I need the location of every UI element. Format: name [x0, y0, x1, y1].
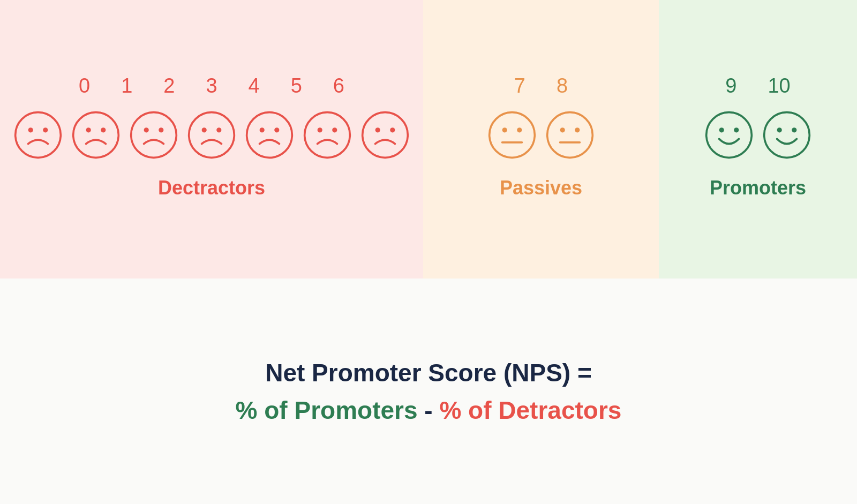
svg-point-0 — [16, 112, 61, 157]
svg-point-5 — [101, 127, 106, 132]
svg-point-33 — [777, 127, 782, 132]
passives-numbers-row: 7 8 — [514, 74, 568, 97]
neutral-face-8 — [545, 110, 595, 160]
number-7: 7 — [514, 74, 525, 97]
svg-point-22 — [502, 127, 507, 132]
promoters-numbers-row: 9 10 — [725, 74, 790, 97]
detractors-zone: 0 1 2 3 4 5 6 — [0, 0, 423, 279]
svg-point-14 — [274, 127, 279, 132]
svg-point-23 — [517, 127, 522, 132]
svg-point-34 — [792, 127, 796, 132]
svg-point-12 — [247, 112, 292, 157]
detractors-label: Dectractors — [158, 177, 265, 199]
svg-point-16 — [318, 127, 322, 132]
number-10: 10 — [768, 74, 790, 97]
nps-title: Net Promoter Score (NPS) = — [265, 358, 592, 387]
svg-point-30 — [719, 127, 724, 132]
svg-point-13 — [260, 127, 265, 132]
passives-faces-row — [487, 110, 595, 160]
sad-face-4 — [245, 110, 294, 160]
happy-face-10 — [762, 110, 811, 160]
nps-detractors-text: % of Detractors — [439, 396, 621, 424]
svg-point-19 — [375, 127, 380, 132]
nps-dash: - — [418, 396, 440, 424]
svg-point-20 — [390, 127, 395, 132]
number-6: 6 — [333, 74, 344, 97]
promoters-faces-row — [704, 110, 811, 160]
nps-formula: % of Promoters - % of Detractors — [236, 396, 622, 425]
number-3: 3 — [206, 74, 217, 97]
passives-label: Passives — [500, 177, 582, 199]
svg-point-10 — [202, 127, 207, 132]
detractors-faces-row — [13, 110, 410, 160]
number-0: 0 — [79, 74, 90, 97]
svg-point-2 — [43, 127, 48, 132]
svg-point-29 — [706, 112, 752, 157]
svg-point-6 — [131, 112, 177, 157]
svg-point-8 — [159, 127, 163, 132]
passives-zone: 7 8 Passives — [423, 0, 659, 279]
sad-face-0 — [13, 110, 63, 160]
svg-point-1 — [28, 127, 33, 132]
svg-point-21 — [490, 112, 535, 157]
svg-point-3 — [73, 112, 119, 157]
svg-point-18 — [363, 112, 408, 157]
number-8: 8 — [557, 74, 568, 97]
promoters-zone: 9 10 Promoters — [659, 0, 857, 279]
svg-point-11 — [216, 127, 221, 132]
sad-face-3 — [187, 110, 236, 160]
bottom-section: Net Promoter Score (NPS) = % of Promoter… — [0, 279, 857, 504]
number-1: 1 — [121, 74, 132, 97]
svg-point-9 — [189, 112, 235, 157]
svg-point-31 — [734, 127, 739, 132]
happy-face-9 — [704, 110, 754, 160]
promoters-label: Promoters — [710, 177, 806, 199]
svg-point-17 — [332, 127, 337, 132]
sad-face-6 — [360, 110, 410, 160]
svg-point-26 — [560, 127, 565, 132]
svg-point-4 — [86, 127, 91, 132]
sad-face-2 — [129, 110, 178, 160]
number-9: 9 — [725, 74, 736, 97]
nps-promoters-text: % of Promoters — [236, 396, 418, 424]
number-2: 2 — [163, 74, 175, 97]
svg-point-27 — [575, 127, 580, 132]
sad-face-1 — [71, 110, 121, 160]
svg-point-7 — [144, 127, 149, 132]
top-section: 0 1 2 3 4 5 6 — [0, 0, 857, 279]
detractors-numbers-row: 0 1 2 3 4 5 6 — [79, 74, 344, 97]
svg-point-15 — [305, 112, 350, 157]
svg-point-25 — [547, 112, 593, 157]
number-4: 4 — [249, 74, 260, 97]
number-5: 5 — [291, 74, 302, 97]
neutral-face-7 — [487, 110, 537, 160]
sad-face-5 — [303, 110, 352, 160]
svg-point-32 — [764, 112, 810, 157]
